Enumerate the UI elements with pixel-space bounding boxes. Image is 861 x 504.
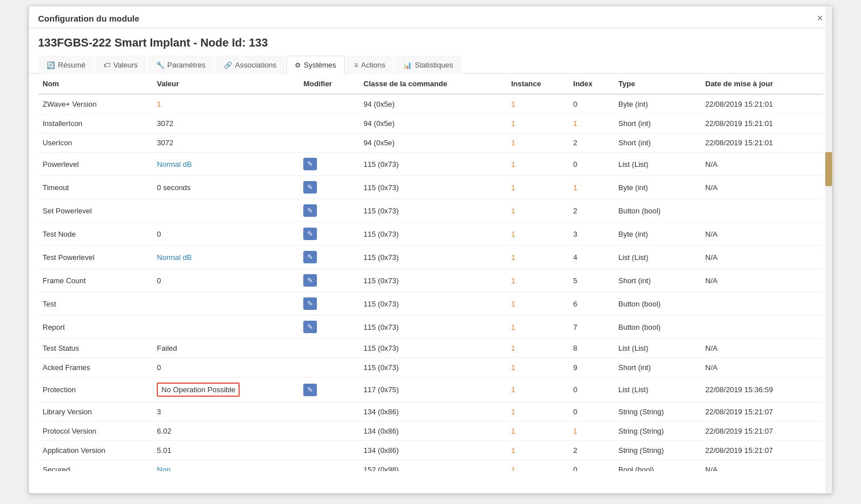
edit-button[interactable]: ✎ bbox=[303, 297, 317, 310]
cell-instance: 1 bbox=[507, 269, 569, 292]
edit-button[interactable]: ✎ bbox=[303, 181, 317, 194]
tabs-container: 🔄 Résumé 🏷 Valeurs 🔧 Paramètres 🔗 Associ… bbox=[29, 55, 832, 74]
cell-valeur: 3072 bbox=[152, 114, 299, 133]
cell-type: Byte (int) bbox=[614, 222, 701, 246]
valeurs-icon: 🏷 bbox=[103, 61, 110, 69]
tab-associations[interactable]: 🔗 Associations bbox=[215, 56, 285, 74]
cell-instance: 1 bbox=[507, 246, 569, 269]
cell-index: 6 bbox=[569, 292, 613, 316]
cell-date bbox=[701, 292, 823, 316]
resume-icon: 🔄 bbox=[47, 61, 55, 69]
cell-classe: 115 (0x73) bbox=[359, 153, 507, 176]
cell-classe: 134 (0x86) bbox=[359, 441, 507, 460]
cell-date: 22/08/2019 15:21:07 bbox=[701, 402, 823, 422]
modal-container: Configuration du module × 133FGBS-222 Sm… bbox=[28, 6, 833, 494]
table-row: Protocol Version6.02134 (0x86)11String (… bbox=[38, 422, 823, 441]
table-row: PowerlevelNormal dB✎115 (0x73)10List (Li… bbox=[38, 153, 823, 176]
cell-date: 22/08/2019 15:36:59 bbox=[701, 377, 823, 402]
close-button[interactable]: × bbox=[817, 13, 823, 23]
cell-type: Button (bool) bbox=[614, 292, 701, 316]
cell-valeur: 0 seconds bbox=[152, 176, 299, 199]
tab-parametres[interactable]: 🔧 Paramètres bbox=[148, 56, 214, 74]
tab-statistiques-label: Statistiques bbox=[415, 61, 453, 69]
cell-classe: 117 (0x75) bbox=[359, 377, 507, 402]
cell-instance: 1 bbox=[507, 292, 569, 316]
cell-nom: Test bbox=[38, 292, 152, 316]
cell-classe: 94 (0x5e) bbox=[359, 114, 507, 133]
cell-modifier[interactable]: ✎ bbox=[299, 176, 359, 199]
table-row: Acked Frames0115 (0x73)19Short (int)N/A bbox=[38, 358, 823, 377]
cell-date bbox=[701, 316, 823, 339]
cell-date: N/A bbox=[701, 269, 823, 292]
cell-modifier[interactable]: ✎ bbox=[299, 153, 359, 176]
cell-valeur: 3072 bbox=[152, 133, 299, 153]
cell-type: String (String) bbox=[614, 402, 701, 422]
cell-nom: Frame Count bbox=[38, 269, 152, 292]
cell-nom: Set Powerlevel bbox=[38, 199, 152, 222]
scrollbar-track[interactable] bbox=[825, 6, 832, 493]
modal-title: Configuration du module bbox=[38, 14, 139, 23]
tab-resume-label: Résumé bbox=[58, 61, 85, 69]
cell-index: 2 bbox=[569, 441, 613, 460]
tab-valeurs-label: Valeurs bbox=[113, 61, 137, 69]
cell-instance: 1 bbox=[507, 199, 569, 222]
edit-button[interactable]: ✎ bbox=[303, 251, 317, 263]
table-container: Nom Valeur Modifier Classe de la command… bbox=[29, 74, 832, 471]
cell-valeur bbox=[152, 316, 299, 339]
cell-index: 2 bbox=[569, 199, 613, 222]
cell-classe: 115 (0x73) bbox=[359, 269, 507, 292]
cell-instance: 1 bbox=[507, 176, 569, 199]
tab-valeurs[interactable]: 🏷 Valeurs bbox=[95, 56, 146, 74]
cell-instance: 1 bbox=[507, 358, 569, 377]
parametres-icon: 🔧 bbox=[156, 61, 165, 69]
cell-modifier[interactable]: ✎ bbox=[299, 222, 359, 246]
table-row: Library Version3134 (0x86)10String (Stri… bbox=[38, 402, 823, 422]
scrollbar-thumb[interactable] bbox=[825, 152, 832, 186]
cell-date: N/A bbox=[701, 339, 823, 358]
tab-statistiques[interactable]: 📊 Statistiques bbox=[395, 56, 461, 74]
tab-resume[interactable]: 🔄 Résumé bbox=[38, 56, 94, 74]
cell-modifier bbox=[299, 94, 359, 114]
cell-type: Byte (int) bbox=[614, 94, 701, 114]
cell-type: Short (int) bbox=[614, 133, 701, 153]
cell-modifier[interactable]: ✎ bbox=[299, 246, 359, 269]
cell-modifier[interactable]: ✎ bbox=[299, 199, 359, 222]
table-row: Set Powerlevel✎115 (0x73)12Button (bool) bbox=[38, 199, 823, 222]
edit-button[interactable]: ✎ bbox=[303, 204, 317, 217]
cell-modifier[interactable]: ✎ bbox=[299, 377, 359, 402]
edit-button[interactable]: ✎ bbox=[303, 321, 317, 333]
cell-modifier bbox=[299, 402, 359, 422]
cell-modifier[interactable]: ✎ bbox=[299, 316, 359, 339]
table-row: Test✎115 (0x73)16Button (bool) bbox=[38, 292, 823, 316]
cell-type: Byte (int) bbox=[614, 176, 701, 199]
table-row: Application Version5.01134 (0x86)12Strin… bbox=[38, 441, 823, 460]
systemes-icon: ⚙ bbox=[295, 61, 301, 69]
statistiques-icon: 📊 bbox=[403, 61, 412, 69]
cell-nom: Application Version bbox=[38, 441, 152, 460]
tab-actions[interactable]: ≡ Actions bbox=[346, 56, 394, 74]
tab-parametres-label: Paramètres bbox=[168, 61, 206, 69]
cell-type: String (String) bbox=[614, 422, 701, 441]
tab-systemes[interactable]: ⚙ Systèmes bbox=[286, 56, 345, 74]
col-modifier: Modifier bbox=[299, 74, 359, 94]
edit-button[interactable]: ✎ bbox=[303, 228, 317, 240]
cell-valeur: Normal dB bbox=[152, 153, 299, 176]
table-row: ProtectionNo Operation Possible✎117 (0x7… bbox=[38, 377, 823, 402]
cell-type: Short (int) bbox=[614, 358, 701, 377]
edit-button[interactable]: ✎ bbox=[303, 274, 317, 287]
cell-date: 22/08/2019 15:21:01 bbox=[701, 94, 823, 114]
cell-modifier bbox=[299, 460, 359, 472]
edit-button[interactable]: ✎ bbox=[303, 384, 317, 396]
cell-modifier bbox=[299, 358, 359, 377]
cell-modifier[interactable]: ✎ bbox=[299, 269, 359, 292]
cell-nom: Test Status bbox=[38, 339, 152, 358]
cell-date: 22/08/2019 15:21:01 bbox=[701, 133, 823, 153]
cell-nom: UserIcon bbox=[38, 133, 152, 153]
cell-nom: Test Node bbox=[38, 222, 152, 246]
edit-button[interactable]: ✎ bbox=[303, 158, 317, 170]
cell-modifier[interactable]: ✎ bbox=[299, 292, 359, 316]
cell-date: 22/08/2019 15:21:01 bbox=[701, 114, 823, 133]
col-index: Index bbox=[569, 74, 613, 94]
cell-date: N/A bbox=[701, 246, 823, 269]
cell-classe: 94 (0x5e) bbox=[359, 133, 507, 153]
